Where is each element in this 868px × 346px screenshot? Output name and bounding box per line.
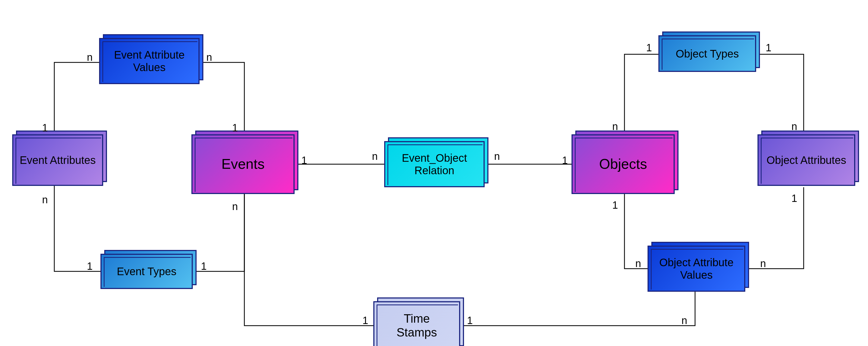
card-oav-oa-n: n	[760, 258, 766, 270]
card-eor-objects-n: n	[494, 151, 500, 162]
entity-event-attributes: Event Attributes	[12, 134, 103, 186]
entity-label: Events	[221, 156, 265, 172]
entity-label: Object Attributes	[767, 154, 846, 166]
entity-event-attribute-values: Event Attribute Values	[99, 38, 199, 84]
card-eav-ea-1: 1	[42, 122, 48, 134]
entity-label: Time Stamps	[396, 312, 437, 339]
entity-events: Events	[191, 134, 294, 194]
card-eav-events-n: n	[206, 52, 212, 63]
entity-time-stamps: Time Stamps	[373, 301, 460, 346]
card-ts-oav-1: 1	[467, 315, 473, 326]
entity-label: Object Attribute Values	[659, 256, 733, 281]
edge-ts-oav	[462, 290, 695, 326]
card-oav-oa-1: 1	[792, 193, 797, 205]
entity-object-types: Object Types	[658, 35, 756, 72]
card-ot-oa-1: 1	[766, 42, 771, 54]
entity-event-object-relation: Event_Object Relation	[384, 141, 485, 187]
entity-label: Objects	[599, 156, 647, 172]
card-ea-et-1: 1	[87, 260, 93, 272]
card-objects-oav-n: n	[635, 258, 641, 270]
entity-objects: Objects	[571, 134, 675, 194]
card-objects-oav-1: 1	[612, 199, 618, 211]
edge-events-ts	[244, 194, 375, 326]
entity-object-attributes: Object Attributes	[757, 134, 855, 186]
card-events-ts-1: 1	[363, 315, 368, 326]
edge-objects-oav	[624, 194, 649, 269]
entity-event-types: Event Types	[100, 254, 193, 289]
entity-label: Event_Object Relation	[402, 152, 467, 177]
card-eav-events-1: 1	[232, 122, 238, 134]
entity-label: Event Attribute Values	[114, 49, 185, 73]
card-et-events-n: n	[232, 201, 238, 213]
edge-objects-ot	[624, 54, 660, 136]
card-events-eor-1: 1	[301, 155, 307, 166]
entity-label: Event Attributes	[20, 154, 96, 166]
entity-label: Event Types	[117, 265, 176, 278]
card-eor-objects-1: 1	[562, 155, 568, 166]
card-objects-ot-1: 1	[646, 42, 652, 54]
card-eav-ea-n: n	[87, 52, 93, 63]
card-et-events-1: 1	[201, 260, 207, 272]
edge-eav-ea	[54, 62, 103, 136]
edge-ea-et	[54, 185, 103, 271]
card-ts-oav-n: n	[681, 315, 687, 326]
card-events-eor-n: n	[372, 151, 378, 162]
diagram-canvas: Event Attribute Values Event Attributes …	[0, 0, 868, 346]
entity-label: Object Types	[676, 48, 739, 60]
card-objects-ot-n: n	[612, 121, 618, 132]
card-ea-et-n: n	[42, 194, 48, 206]
card-ot-oa-n: n	[792, 121, 797, 132]
entity-object-attribute-values: Object Attribute Values	[648, 246, 745, 292]
